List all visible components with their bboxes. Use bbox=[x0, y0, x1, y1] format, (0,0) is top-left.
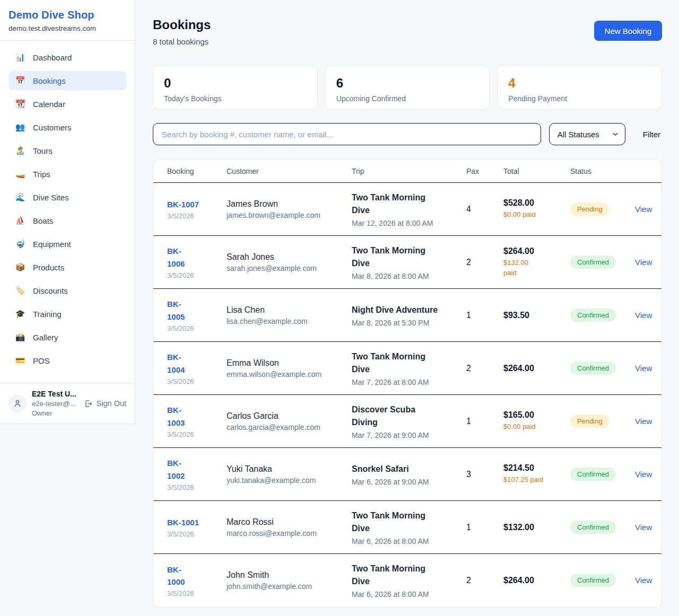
booking-row: BK- 1003 3/5/2026 Carlos Garcia carlos.g… bbox=[153, 395, 662, 448]
sidebar: Demo Dive Shop demo.test.divestreams.com… bbox=[0, 0, 135, 424]
pax-count: 3 bbox=[466, 470, 471, 479]
sidebar-item-products[interactable]: 📦 Products bbox=[8, 258, 126, 277]
avatar bbox=[8, 394, 27, 412]
booking-id-link[interactable]: BK-1007 bbox=[167, 198, 210, 210]
booking-id-link[interactable]: BK- 1000 bbox=[167, 564, 210, 588]
booking-id-link[interactable]: BK- 1006 bbox=[167, 245, 210, 270]
booking-id-link[interactable]: BK- 1005 bbox=[167, 298, 210, 323]
booking-date: 3/5/2026 bbox=[167, 271, 210, 279]
trip-name: Two Tank Morning Dive bbox=[352, 244, 449, 270]
view-link[interactable]: View bbox=[635, 576, 652, 585]
booking-row: BK- 1004 3/5/2026 Emma Wilson emma.wilso… bbox=[153, 342, 662, 395]
pos-card-icon: 💳 bbox=[15, 356, 25, 365]
table-header: BookingCustomerTripPaxTotalStatus bbox=[153, 160, 662, 183]
stat-value: 4 bbox=[508, 76, 651, 91]
sidebar-item-trips[interactable]: 🚤 Trips bbox=[8, 164, 126, 183]
pax-count: 1 bbox=[466, 311, 471, 320]
sidebar-item-dive-sites[interactable]: 🌊 Dive Sites bbox=[8, 188, 126, 207]
trip-name: Two Tank Morning Dive bbox=[352, 509, 449, 535]
user-email: e2e-tester@... bbox=[32, 400, 79, 408]
customer-email: emma.wilson@example.com bbox=[227, 370, 335, 379]
sidebar-item-tours[interactable]: 🏝️ Tours bbox=[8, 141, 126, 160]
status-badge: Confirmed bbox=[570, 362, 616, 375]
sidebar-item-calendar[interactable]: 📆 Calendar bbox=[8, 94, 126, 113]
booking-date: 3/5/2026 bbox=[167, 483, 210, 491]
stat-card: 0 Today's Bookings bbox=[153, 65, 318, 110]
user-role: Owner bbox=[32, 409, 79, 417]
sidebar-item-dashboard[interactable]: 📊 Dashboard bbox=[8, 48, 126, 67]
status-filter-select[interactable]: All Statuses bbox=[549, 123, 625, 145]
sidebar-item-label: Gallery bbox=[33, 333, 58, 342]
logout-icon bbox=[84, 399, 93, 408]
view-link[interactable]: View bbox=[635, 364, 652, 373]
booking-id-link[interactable]: BK- 1002 bbox=[167, 457, 210, 482]
sidebar-header: Demo Dive Shop demo.test.divestreams.com bbox=[0, 0, 135, 41]
user-info: E2E Test U... e2e-tester@... Owner bbox=[32, 390, 79, 417]
sidebar-item-equipment[interactable]: 🤿 Equipment bbox=[8, 234, 126, 253]
status-badge: Confirmed bbox=[570, 574, 616, 587]
sidebar-nav: 📊 Dashboard 📅 Bookings 📆 Calendar 👥 Cust… bbox=[0, 41, 135, 383]
table-body: BK-1007 3/5/2026 James Brown james.brown… bbox=[153, 183, 662, 607]
trips-speedboat-icon: 🚤 bbox=[15, 169, 25, 179]
calendar-icon: 📆 bbox=[15, 99, 25, 109]
status-badge: Confirmed bbox=[570, 468, 616, 481]
sidebar-item-customers[interactable]: 👥 Customers bbox=[8, 118, 126, 137]
sidebar-item-gallery[interactable]: 📸 Gallery bbox=[8, 328, 126, 347]
search-input[interactable] bbox=[153, 123, 541, 145]
booking-date: 3/5/2026 bbox=[167, 377, 210, 385]
total-amount: $214.50 bbox=[503, 463, 553, 473]
stat-card: 6 Upcoming Confirmed bbox=[325, 65, 490, 110]
pax-count: 2 bbox=[466, 576, 471, 585]
trip-name: Two Tank Morning Dive bbox=[352, 562, 449, 588]
sidebar-item-bookings[interactable]: 📅 Bookings bbox=[8, 71, 126, 90]
bookings-table-card: BookingCustomerTripPaxTotalStatus BK-100… bbox=[153, 159, 662, 608]
sign-out-label: Sign Out bbox=[97, 399, 126, 408]
sidebar-item-label: Bookings bbox=[33, 76, 66, 85]
sidebar-item-label: Dashboard bbox=[33, 53, 72, 62]
filter-button[interactable]: Filter bbox=[643, 130, 660, 139]
total-amount: $132.00 bbox=[503, 523, 553, 532]
booking-id-link[interactable]: BK-1001 bbox=[167, 516, 210, 529]
customer-name: John Smith bbox=[227, 570, 335, 580]
booking-id-link[interactable]: BK- 1003 bbox=[167, 404, 210, 429]
column-header-status: Status bbox=[562, 160, 626, 183]
main-content: Bookings 8 total bookings New Booking 0 … bbox=[135, 0, 679, 616]
sidebar-item-boats[interactable]: ⛵ Boats bbox=[8, 211, 126, 230]
user-name: E2E Test U... bbox=[32, 390, 79, 398]
customer-email: lisa.chen@example.com bbox=[227, 317, 335, 325]
sidebar-item-pos[interactable]: 💳 POS bbox=[8, 351, 126, 370]
view-link[interactable]: View bbox=[635, 470, 652, 479]
booking-id-link[interactable]: BK- 1004 bbox=[167, 351, 210, 376]
view-link[interactable]: View bbox=[635, 523, 652, 532]
booking-row: BK-1001 3/5/2026 Marco Rossi marco.rossi… bbox=[153, 501, 662, 554]
paid-amount: $107.25 paid bbox=[503, 475, 553, 485]
customer-name: Marco Rossi bbox=[227, 517, 335, 527]
trip-datetime: Mar 7, 2026 at 8:00 AM bbox=[352, 378, 449, 386]
booking-row: BK- 1006 3/5/2026 Sarah Jones sarah.jone… bbox=[153, 236, 662, 289]
total-amount: $165.00 bbox=[503, 410, 553, 420]
view-link[interactable]: View bbox=[635, 258, 652, 267]
person-icon bbox=[13, 399, 22, 408]
boats-sailboat-icon: ⛵ bbox=[15, 216, 25, 225]
customer-name: Sarah Jones bbox=[227, 252, 335, 262]
sidebar-item-label: Products bbox=[33, 263, 64, 272]
view-link[interactable]: View bbox=[635, 205, 652, 214]
stats-cards: 0 Today's Bookings 6 Upcoming Confirmed … bbox=[153, 65, 662, 110]
page-header: Bookings 8 total bookings New Booking bbox=[153, 17, 662, 46]
discounts-tag-icon: 🏷️ bbox=[15, 286, 25, 295]
view-link[interactable]: View bbox=[635, 311, 652, 320]
trip-datetime: Mar 12, 2026 at 8:00 AM bbox=[352, 219, 449, 227]
view-link[interactable]: View bbox=[635, 417, 652, 426]
trip-datetime: Mar 6, 2026 at 9:00 AM bbox=[352, 478, 449, 486]
customer-email: john.smith@example.com bbox=[227, 582, 335, 591]
pax-count: 4 bbox=[466, 205, 471, 214]
customers-people-icon: 👥 bbox=[15, 122, 25, 132]
column-header-customer: Customer bbox=[218, 160, 343, 183]
column-header-trip: Trip bbox=[343, 160, 458, 183]
training-gradcap-icon: 🎓 bbox=[15, 309, 25, 319]
total-amount: $528.00 bbox=[503, 198, 553, 208]
sign-out-button[interactable]: Sign Out bbox=[84, 399, 126, 408]
sidebar-item-training[interactable]: 🎓 Training bbox=[8, 304, 126, 323]
sidebar-item-discounts[interactable]: 🏷️ Discounts bbox=[8, 281, 126, 300]
new-booking-button[interactable]: New Booking bbox=[594, 21, 662, 41]
